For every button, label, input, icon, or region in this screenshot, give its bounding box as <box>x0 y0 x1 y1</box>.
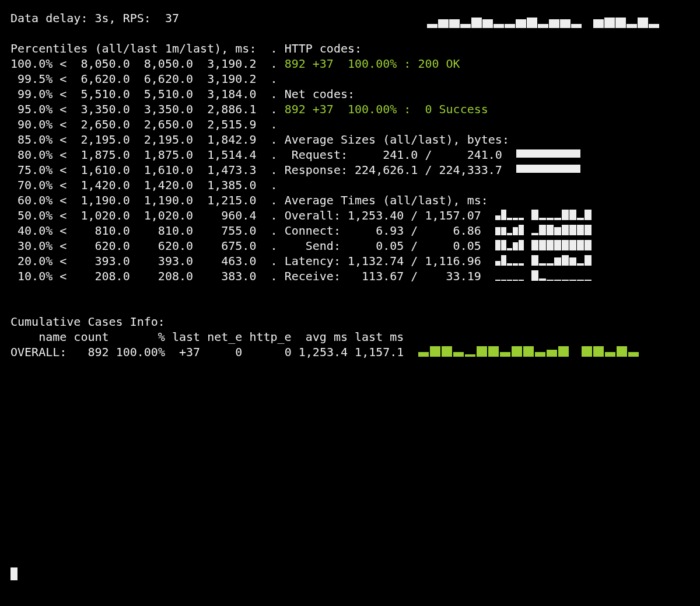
dot: . <box>271 87 278 101</box>
case-httpe: 0 <box>249 345 291 359</box>
time-last: 1,116.96 <box>425 254 481 268</box>
time-all: 113.67 <box>348 269 404 283</box>
dot: . <box>271 148 278 162</box>
dot: . <box>271 117 278 131</box>
delay-value: 3s, <box>95 11 116 25</box>
time-spark-b <box>531 255 592 266</box>
percentile-row: 100.0% < 8,050.0 8,050.0 3,190.2 . 892 +… <box>10 56 690 71</box>
percentile-row: 99.5% < 6,620.0 6,620.0 3,190.2 . <box>10 71 690 86</box>
dot: . <box>271 269 278 283</box>
pct-cell: 20.0% < 393.0 393.0 463.0 <box>10 254 256 268</box>
dot: . <box>271 224 278 238</box>
time-spark-b <box>531 270 592 281</box>
case-lastms: 1,157.1 <box>355 345 404 359</box>
time-all: 1,253.40 <box>348 208 404 222</box>
percentile-row: 10.0% < 208.0 208.0 383.0 . Receive: 113… <box>10 269 690 284</box>
time-spark-a <box>495 240 524 250</box>
dot: . <box>271 254 278 268</box>
time-spark-a <box>495 210 524 220</box>
time-spark-a <box>495 255 524 266</box>
cases-title: Cumulative Cases Info: <box>10 314 690 329</box>
cursor <box>10 567 18 580</box>
percentile-row: 50.0% < 1,020.0 1,020.0 960.4 . Overall:… <box>10 208 690 223</box>
rps-value: 37 <box>165 11 179 25</box>
time-spark-a <box>495 225 524 235</box>
time-label: Receive: <box>285 269 341 283</box>
header-sparkline <box>427 18 660 28</box>
case-avgms: 1,253.4 <box>299 345 348 359</box>
time-last: 0.05 <box>425 239 481 253</box>
percentile-row: 60.0% < 1,190.0 1,190.0 1,215.0 . Averag… <box>10 193 690 208</box>
pct-cell: 70.0% < 1,420.0 1,420.0 1,385.0 <box>10 178 256 192</box>
pct-cell: 99.0% < 5,510.0 5,510.0 3,184.0 <box>10 87 256 101</box>
pct-cell: 10.0% < 208.0 208.0 383.0 <box>10 269 256 283</box>
time-all: 1,132.74 <box>348 254 404 268</box>
code-line: 892 +37 100.00% : 200 OK <box>285 57 460 71</box>
dot: . <box>271 208 278 222</box>
case-pct: 100.00% <box>116 345 165 359</box>
pct-cell: 60.0% < 1,190.0 1,190.0 1,215.0 <box>10 193 256 207</box>
case-name: OVERALL: <box>10 345 66 359</box>
delay-label: Data delay: <box>10 11 88 25</box>
size-line: Response: 224,626.1 / 224,333.7 <box>285 163 502 177</box>
time-spark-b <box>531 225 592 235</box>
time-spark-a <box>495 270 524 281</box>
time-last: 6.86 <box>425 224 481 238</box>
time-spark-b <box>531 210 592 220</box>
percentile-row: 99.0% < 5,510.0 5,510.0 3,184.0 . Net co… <box>10 86 690 102</box>
dot: . <box>271 178 278 192</box>
pct-cell: 80.0% < 1,875.0 1,875.0 1,514.4 <box>10 148 256 162</box>
pct-cell: 85.0% < 2,195.0 2,195.0 1,842.9 <box>10 133 256 147</box>
pct-cell: 50.0% < 1,020.0 1,020.0 960.4 <box>10 208 256 222</box>
pct-cell: 100.0% < 8,050.0 8,050.0 3,190.2 <box>10 57 256 71</box>
cases-header: name count % last net_e http_e avg ms la… <box>10 329 690 344</box>
terminal-screen: Data delay: 3s, RPS: 37 Percentiles (all… <box>0 0 700 606</box>
dot: . <box>271 102 278 116</box>
size-bar <box>516 149 580 158</box>
http-codes-title: HTTP codes: <box>285 41 362 55</box>
cases-sparkline <box>418 346 640 357</box>
cases-row: OVERALL: 892 100.00% +37 0 0 1,253.4 1,1… <box>10 344 690 360</box>
percentile-rows: 100.0% < 8,050.0 8,050.0 3,190.2 . 892 +… <box>10 56 690 284</box>
pct-cell: 99.5% < 6,620.0 6,620.0 3,190.2 <box>10 72 256 86</box>
dot: . <box>271 57 278 71</box>
dot0: . <box>271 41 278 55</box>
section-title: Average Times (all/last), ms: <box>285 193 488 207</box>
section-title: Average Sizes (all/last), bytes: <box>285 133 509 147</box>
time-spark-b <box>531 240 592 250</box>
rps-label: RPS: <box>123 11 151 25</box>
percentile-row: 80.0% < 1,875.0 1,875.0 1,514.4 . Reques… <box>10 147 690 162</box>
percentile-row: 95.0% < 3,350.0 3,350.0 2,886.1 . 892 +3… <box>10 102 690 117</box>
time-all: 6.93 <box>348 224 404 238</box>
dot: . <box>271 72 278 86</box>
percentiles-title-row: Percentiles (all/last 1m/last), ms: . HT… <box>10 41 690 56</box>
percentile-row: 20.0% < 393.0 393.0 463.0 . Latency: 1,1… <box>10 253 690 269</box>
percentile-row: 70.0% < 1,420.0 1,420.0 1,385.0 . <box>10 177 690 193</box>
dot: . <box>271 193 278 207</box>
time-label: Connect: <box>285 224 341 238</box>
dot: . <box>271 163 278 177</box>
pct-cell: 30.0% < 620.0 620.0 675.0 <box>10 239 256 253</box>
dot: . <box>271 239 278 253</box>
pct-cell: 40.0% < 810.0 810.0 755.0 <box>10 224 256 238</box>
case-count: 892 <box>74 345 108 359</box>
percentile-row: 75.0% < 1,610.0 1,610.0 1,473.3 . Respon… <box>10 162 690 177</box>
percentile-row: 30.0% < 620.0 620.0 675.0 . Send: 0.05 /… <box>10 238 690 253</box>
size-bar <box>516 165 580 173</box>
section-title: Net codes: <box>285 87 355 101</box>
percentiles-title: Percentiles (all/last 1m/last), ms: <box>10 41 256 55</box>
size-line: Request: 241.0 / 241.0 <box>285 148 502 162</box>
percentile-row: 40.0% < 810.0 810.0 755.0 . Connect: 6.9… <box>10 223 690 238</box>
pct-cell: 90.0% < 2,650.0 2,650.0 2,515.9 <box>10 117 256 131</box>
pct-cell: 75.0% < 1,610.0 1,610.0 1,473.3 <box>10 163 256 177</box>
case-nete: 0 <box>207 345 242 359</box>
case-last: +37 <box>172 345 200 359</box>
time-label: Overall: <box>285 208 341 222</box>
time-last: 33.19 <box>425 269 481 283</box>
dot: . <box>271 133 278 147</box>
percentile-row: 85.0% < 2,195.0 2,195.0 1,842.9 . Averag… <box>10 132 690 147</box>
code-line: 892 +37 100.00% : 0 Success <box>285 102 488 116</box>
time-label: Latency: <box>285 254 341 268</box>
pct-cell: 95.0% < 3,350.0 3,350.0 2,886.1 <box>10 102 256 116</box>
time-label: Send: <box>285 239 341 253</box>
